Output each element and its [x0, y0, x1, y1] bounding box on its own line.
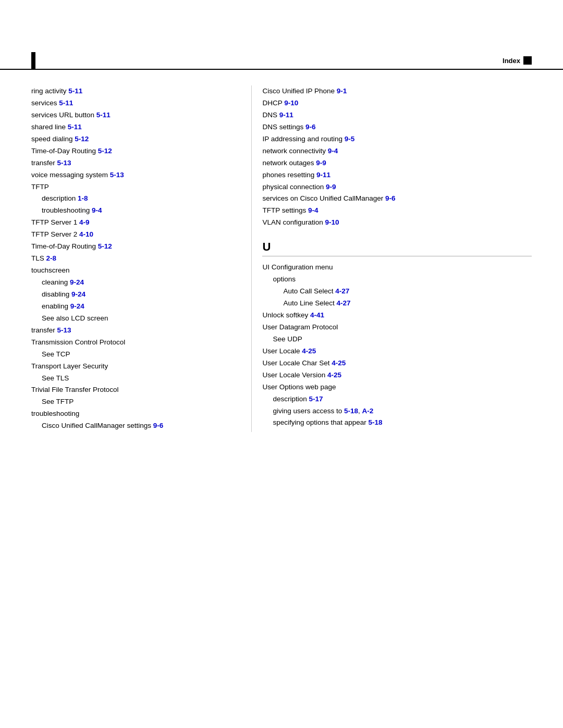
list-item: network outages 9-9 [262, 157, 532, 169]
list-item: IP addressing and routing 9-5 [262, 133, 532, 145]
list-item: DHCP 9-10 [262, 97, 532, 109]
right-column: Cisco Unified IP Phone 9-1 DHCP 9-10 DNS… [251, 85, 532, 432]
list-item: disabling 9-24 [31, 289, 241, 301]
list-item: options [262, 274, 532, 286]
list-item: DNS settings 9-6 [262, 121, 532, 133]
list-item: description 5-17 [262, 393, 532, 405]
list-item: Time-of-Day Routing 5-12 [31, 241, 241, 253]
page: Index ring activity 5-11 services 5-11 s… [0, 52, 563, 728]
list-item: speed dialing 5-12 [31, 133, 241, 145]
list-item: UI Configuration menu [262, 262, 532, 274]
list-item: ring activity 5-11 [31, 85, 241, 97]
list-item: Auto Call Select 4-27 [262, 286, 532, 298]
list-item: Transmission Control Protocol [31, 337, 241, 349]
header-block-icon [523, 56, 532, 65]
list-item: transfer 5-13 [31, 157, 241, 169]
list-item: User Locale 4-25 [262, 346, 532, 357]
list-item: giving users access to 5-18, A-2 [262, 405, 532, 417]
list-item: See UDP [262, 334, 532, 346]
list-item: TFTP Server 2 4-10 [31, 229, 241, 241]
list-item: See also LCD screen [31, 313, 241, 325]
list-item: User Options web page [262, 381, 532, 393]
list-item: phones resetting 9-11 [262, 169, 532, 181]
list-item: User Locale Char Set 4-25 [262, 357, 532, 369]
list-item: services URL button 5-11 [31, 109, 241, 121]
left-column: ring activity 5-11 services 5-11 service… [31, 85, 251, 432]
list-item: TFTP settings 9-4 [262, 205, 532, 217]
list-item: Time-of-Day Routing 5-12 [31, 145, 241, 157]
list-item: shared line 5-11 [31, 121, 241, 133]
list-item: cleaning 9-24 [31, 277, 241, 289]
list-item: transfer 5-13 [31, 325, 241, 337]
list-item: network connectivity 9-4 [262, 145, 532, 157]
list-item: troubleshooting 9-4 [31, 205, 241, 217]
list-item: Transport Layer Security [31, 361, 241, 373]
list-item: services on Cisco Unified CallManager 9-… [262, 193, 532, 205]
list-item: TFTP [31, 181, 241, 193]
list-item: specifying options that appear 5-18 [262, 417, 532, 429]
list-item: Unlock softkey 4-41 [262, 310, 532, 322]
top-left-bar [31, 52, 35, 69]
list-item: physical connection 9-9 [262, 181, 532, 193]
list-item: Trivial File Transfer Protocol [31, 384, 241, 396]
list-item: VLAN configuration 9-10 [262, 217, 532, 229]
list-item: troubleshooting [31, 408, 241, 420]
section-u-heading: U [262, 240, 532, 256]
list-item: TFTP Server 1 4-9 [31, 217, 241, 229]
list-item: enabling 9-24 [31, 301, 241, 313]
list-item: Cisco Unified CallManager settings 9-6 [31, 420, 241, 432]
list-item: description 1-8 [31, 193, 241, 205]
list-item: See TCP [31, 349, 241, 361]
main-content: ring activity 5-11 services 5-11 service… [0, 70, 563, 442]
index-label: Index [503, 57, 520, 65]
list-item: DNS 9-11 [262, 109, 532, 121]
list-item: Cisco Unified IP Phone 9-1 [262, 85, 532, 97]
list-item: User Datagram Protocol [262, 322, 532, 334]
list-item: See TLS [31, 373, 241, 385]
list-item: See TFTP [31, 396, 241, 408]
list-item: User Locale Version 4-25 [262, 369, 532, 381]
list-item: TLS 2-8 [31, 253, 241, 265]
list-item: services 5-11 [31, 97, 241, 109]
list-item: touchscreen [31, 265, 241, 277]
list-item: voice messaging system 5-13 [31, 169, 241, 181]
list-item: Auto Line Select 4-27 [262, 298, 532, 310]
